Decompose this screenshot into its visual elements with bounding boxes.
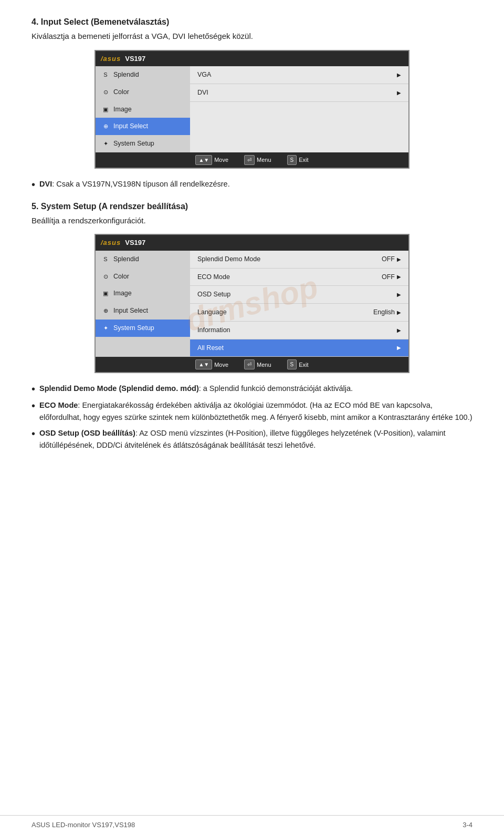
dvi-bold: DVI bbox=[39, 180, 52, 188]
splendid-demo-value: OFF bbox=[382, 254, 395, 264]
osd2-system-setup-label: System Setup bbox=[113, 323, 154, 333]
osd2-menu-system-setup[interactable]: ✦ System Setup bbox=[96, 320, 190, 337]
bullet-osd-setup: • OSD Setup (OSD beállítás): Az OSD menü… bbox=[32, 427, 472, 451]
osd1-color-label: Color bbox=[113, 87, 129, 97]
osd2-information-val: ▶ bbox=[397, 326, 401, 334]
osd2-all-reset-label: All Reset bbox=[197, 343, 224, 353]
osd2-right-panel: Splendid Demo Mode OFF ▶ ECO Mode OFF ▶ … bbox=[190, 251, 408, 357]
bullet-dot-1: • bbox=[32, 178, 35, 191]
bullet-eco-mode: • ECO Mode: Energiatakarékosság érdekébe… bbox=[32, 399, 472, 423]
bullet-splendid-demo: • Splendid Demo Mode (Splendid demo. mód… bbox=[32, 383, 472, 395]
osd1-footer-exit: S Exit bbox=[287, 155, 309, 165]
osd1-menu-splendid[interactable]: S Splendid bbox=[96, 66, 190, 84]
system-setup-icon: ✦ bbox=[101, 139, 110, 148]
menu-label-2: Menu bbox=[257, 361, 271, 369]
osd2-title: VS197 bbox=[125, 238, 145, 248]
osd2-eco-label: ECO Mode bbox=[197, 272, 230, 282]
osd1-footer-menu: ⏎ Menu bbox=[244, 155, 271, 165]
osd1-dvi-item[interactable]: DVI ▶ bbox=[190, 84, 408, 102]
system-setup-icon-2: ✦ bbox=[101, 323, 110, 333]
osd2-menu-splendid[interactable]: S Splendid bbox=[96, 251, 190, 268]
splendid-icon: S bbox=[101, 70, 110, 79]
vga-arrow-icon: ▶ bbox=[397, 71, 401, 79]
osd1-system-setup-label: System Setup bbox=[113, 139, 154, 149]
bullet-dot-3: • bbox=[32, 399, 35, 412]
splendid-demo-bold: Splendid Demo Mode (Splendid demo. mód) bbox=[39, 384, 199, 393]
osd1-title: VS197 bbox=[125, 54, 145, 64]
osd2-information-label: Information bbox=[197, 325, 230, 335]
bullet-splendid-text: Splendid Demo Mode (Splendid demo. mód):… bbox=[39, 383, 353, 394]
image-icon: ▣ bbox=[101, 105, 110, 114]
osd2-osd-setup-val: ▶ bbox=[397, 291, 401, 298]
osd2-color-label: Color bbox=[113, 272, 129, 282]
osd2-menu-color[interactable]: ⊙ Color bbox=[96, 268, 190, 285]
bullets-section2: • Splendid Demo Mode (Splendid demo. mód… bbox=[32, 383, 472, 451]
osd1-footer-move: ▲▼ Move bbox=[195, 155, 228, 165]
osd2-splendid-demo-val: OFF ▶ bbox=[382, 254, 401, 264]
osd2-osd-setup[interactable]: OSD Setup ▶ bbox=[190, 286, 408, 304]
osd1-menu-input-select[interactable]: ⊕ Input Select bbox=[96, 118, 190, 135]
move-label-2: Move bbox=[214, 361, 228, 369]
bullet-eco-text: ECO Mode: Energiatakarékosság érdekében … bbox=[39, 399, 472, 423]
color-icon-2: ⊙ bbox=[101, 272, 110, 281]
osd1-title-bar: /asus VS197 bbox=[96, 51, 408, 67]
osd1-menu-system-setup[interactable]: ✦ System Setup bbox=[96, 135, 190, 152]
osd2-osd-setup-label: OSD Setup bbox=[197, 290, 230, 300]
osd1-right-panel: VGA ▶ DVI ▶ bbox=[190, 66, 408, 152]
osd2-language-val: English ▶ bbox=[373, 307, 401, 317]
footer-right-text: 3-4 bbox=[463, 820, 472, 830]
osd1-image-label: Image bbox=[113, 105, 132, 115]
osd2-image-label: Image bbox=[113, 289, 132, 298]
osd2-footer-menu: ⏎ Menu bbox=[244, 359, 271, 369]
section5-heading: 5. System Setup (A rendszer beállítása) bbox=[32, 200, 472, 213]
osd2-all-reset-val: ▶ bbox=[397, 344, 401, 352]
osd2-menu-input-select[interactable]: ⊕ Input Select bbox=[96, 302, 190, 320]
osd1-dvi-label: DVI bbox=[197, 88, 208, 98]
osd2-footer-exit: S Exit bbox=[287, 359, 309, 369]
bullet-osd-text: OSD Setup (OSD beállítás): Az OSD menü v… bbox=[39, 427, 472, 451]
osd1-body: S Splendid ⊙ Color ▣ Image ⊕ Input Selec… bbox=[96, 66, 408, 152]
osd1-vga-item[interactable]: VGA ▶ bbox=[190, 66, 408, 84]
input-select-icon: ⊕ bbox=[101, 122, 110, 131]
bullet-dot-2: • bbox=[32, 383, 35, 395]
bullet-dvi: • DVI: Csak a VS197N,VS198N típuson áll … bbox=[32, 178, 472, 191]
exit-btn-1: S bbox=[287, 155, 297, 165]
osd2-eco-val: OFF ▶ bbox=[382, 272, 401, 282]
osd1-menu-image[interactable]: ▣ Image bbox=[96, 101, 190, 118]
osd2-splendid-label: Splendid bbox=[113, 254, 139, 264]
language-arrow: ▶ bbox=[397, 308, 401, 316]
osd2-body: S Splendid ⊙ Color ▣ Image ⊕ Input Selec… bbox=[96, 251, 408, 357]
osd-setup-arrow: ▶ bbox=[397, 291, 401, 298]
splendid-icon-2: S bbox=[101, 254, 110, 264]
osd2-menu-image[interactable]: ▣ Image bbox=[96, 285, 190, 302]
osd1-input-select-label: Input Select bbox=[113, 121, 148, 131]
exit-btn-2: S bbox=[287, 359, 297, 369]
image-icon-2: ▣ bbox=[101, 289, 110, 298]
exit-label-1: Exit bbox=[299, 156, 308, 164]
page-footer: ASUS LED-monitor VS197,VS198 3-4 bbox=[0, 815, 504, 835]
osd2-footer-move: ▲▼ Move bbox=[195, 359, 228, 369]
move-label-1: Move bbox=[214, 156, 228, 164]
information-arrow: ▶ bbox=[397, 326, 401, 334]
bullet-dot-4: • bbox=[32, 427, 35, 440]
osd2-splendid-demo[interactable]: Splendid Demo Mode OFF ▶ bbox=[190, 251, 408, 269]
move-btn-2: ▲▼ bbox=[195, 359, 212, 369]
osd2-all-reset[interactable]: All Reset ▶ bbox=[190, 339, 408, 357]
osd2-language[interactable]: Language English ▶ bbox=[190, 304, 408, 322]
osd1-left-menu: S Splendid ⊙ Color ▣ Image ⊕ Input Selec… bbox=[96, 66, 190, 152]
osd1-vga-label: VGA bbox=[197, 70, 211, 80]
section5-subtext: Beállítja a rendszerkonfigurációt. bbox=[32, 215, 472, 227]
language-value: English bbox=[373, 307, 395, 317]
osd2-input-select-label: Input Select bbox=[113, 306, 148, 316]
osd2-information[interactable]: Information ▶ bbox=[190, 322, 408, 339]
osd2-splendid-demo-label: Splendid Demo Mode bbox=[197, 254, 260, 264]
osd1-splendid-label: Splendid bbox=[113, 70, 139, 80]
color-icon: ⊙ bbox=[101, 87, 110, 97]
eco-mode-bold: ECO Mode bbox=[39, 401, 78, 409]
dvi-arrow-icon: ▶ bbox=[397, 89, 401, 97]
asus-logo-1: /asus bbox=[101, 54, 121, 64]
splendid-demo-arrow: ▶ bbox=[397, 255, 401, 263]
osd2-footer: ▲▼ Move ⏎ Menu S Exit bbox=[96, 357, 408, 372]
osd2-eco-mode[interactable]: ECO Mode OFF ▶ bbox=[190, 269, 408, 286]
osd1-menu-color[interactable]: ⊙ Color bbox=[96, 84, 190, 101]
